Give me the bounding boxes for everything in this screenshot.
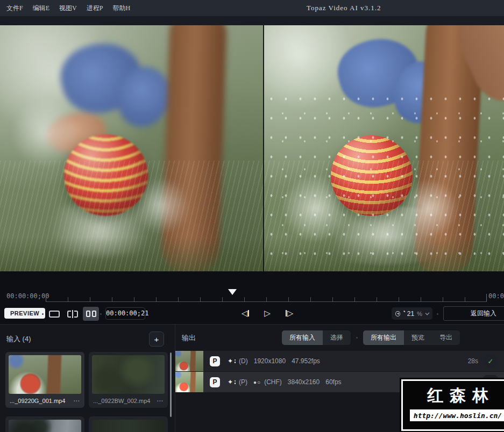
zoom-value: 21 xyxy=(407,310,414,318)
video-preview xyxy=(0,25,504,271)
input-thumbnail-2 xyxy=(92,355,165,394)
output-tabs: 所有输入 选择 所有输出 预览 导出 xyxy=(282,330,460,345)
output-framerate: 60fps xyxy=(325,378,341,386)
preview-output-pane[interactable] xyxy=(264,25,504,271)
menu-process[interactable]: 进程P xyxy=(87,4,103,13)
input-filename-1: ..._09220G_001.mp4 xyxy=(10,398,65,404)
output-codec: (CHF) xyxy=(264,378,282,386)
header-spacer xyxy=(0,16,504,25)
zoom-level-select[interactable]: 21 % xyxy=(392,307,432,320)
step-back-icon: ◁ xyxy=(242,308,248,318)
current-timecode-input[interactable]: 00:00:00;21 xyxy=(105,307,145,320)
step-back-button[interactable]: ◁ xyxy=(238,306,253,321)
playhead-marker[interactable] xyxy=(228,289,237,295)
transport-bar: 00:00:00;00 00:00: PREVIEW 00:00:00;21 xyxy=(0,271,504,324)
add-input-button[interactable]: + xyxy=(149,332,164,347)
transport-controls: PREVIEW 00:00:00;21 ◁ ▷ ▷ 21 xyxy=(0,305,504,322)
ai-enhance-icon: ✦ xyxy=(228,378,233,386)
menu-help[interactable]: 帮助H xyxy=(112,4,130,13)
window-title: Topaz Video AI v3.1.2 xyxy=(307,0,381,16)
side-by-side-view-button[interactable] xyxy=(83,307,99,321)
tab-selected[interactable]: 选择 xyxy=(323,330,351,345)
step-forward-button[interactable]: ▷ xyxy=(282,306,297,321)
input-item-menu-icon[interactable]: ⋯ xyxy=(73,397,80,405)
split-view-icon xyxy=(67,310,78,318)
tab-previews[interactable]: 预览 xyxy=(404,330,432,345)
tab-exports[interactable]: 导出 xyxy=(432,330,460,345)
tab-all-outputs[interactable]: 所有输出 xyxy=(363,330,404,345)
output-complete-check-icon[interactable]: ✓ xyxy=(484,354,498,368)
watermark: 红森林 http://www.hoslin.cn/ xyxy=(401,379,504,431)
tab-all-inputs[interactable]: 所有输入 xyxy=(282,330,323,345)
output-panel-title: 输出 xyxy=(182,333,196,343)
ai-enhance-icon: ✦ xyxy=(228,357,233,365)
view-mode-group xyxy=(46,307,99,321)
input-panel-title: 输入 (4) xyxy=(6,334,31,344)
output-resolution: 1920x1080 xyxy=(254,357,286,365)
preview-badge: P xyxy=(210,377,220,387)
split-view-button[interactable] xyxy=(65,307,81,321)
input-item-3[interactable] xyxy=(5,416,84,432)
watermark-url: http://www.hoslin.cn/ xyxy=(414,412,502,420)
input-list-scrollbar[interactable] xyxy=(170,352,172,417)
output-resolution: 3840x2160 xyxy=(288,378,320,386)
output-tag: (D) xyxy=(239,357,248,365)
input-item-2[interactable]: ..._0922BW_002.mp4 ⋯ xyxy=(89,352,168,408)
input-thumbnail-1 xyxy=(9,355,81,394)
menu-items: 文件F 编辑E 视图V 进程P 帮助H xyxy=(0,4,130,13)
input-thumbnail-3 xyxy=(9,420,81,432)
menu-edit[interactable]: 编辑E xyxy=(33,4,49,13)
chevron-down-icon xyxy=(425,311,430,315)
menu-file[interactable]: 文件F xyxy=(6,4,23,13)
timeline-ruler[interactable] xyxy=(46,287,487,302)
preview-input-pane[interactable] xyxy=(0,25,263,271)
input-item-4[interactable] xyxy=(89,416,168,432)
preview-badge: P xyxy=(210,356,220,366)
step-forward-icon: ▷ xyxy=(287,308,294,318)
output-framerate: 47.952fps xyxy=(292,357,320,365)
timeline-start-timecode: 00:00:00;00 xyxy=(6,291,49,301)
single-view-icon xyxy=(49,311,60,318)
input-list: ..._09220G_001.mp4 ⋯ ..._0922BW_002.mp4 … xyxy=(0,352,168,432)
side-by-side-view-icon xyxy=(86,311,96,317)
input-panel: 输入 (4) + ..._09220G_001.mp4 ⋯ ..._0922BW… xyxy=(0,325,175,432)
output-row-thumbnail xyxy=(175,372,203,392)
single-view-button[interactable] xyxy=(46,307,62,321)
input-filename-2: ..._0922BW_002.mp4 xyxy=(93,398,150,404)
output-row-1[interactable]: P ✦ (D) 1920x1080 47.952fps 28s ✓ xyxy=(175,351,504,371)
output-duration: 28s xyxy=(468,357,478,365)
return-to-input-button[interactable]: 返回输入 xyxy=(443,306,504,321)
timeline-end-timecode: 00:00: xyxy=(488,291,504,301)
preview-button[interactable]: PREVIEW xyxy=(4,308,45,319)
menu-bar: 文件F 编辑E 视图V 进程P 帮助H Topaz Video AI v3.1.… xyxy=(0,0,504,16)
input-item-1[interactable]: ..._09220G_001.mp4 ⋯ xyxy=(5,352,84,408)
output-tag: (P) xyxy=(239,378,247,386)
menu-view[interactable]: 视图V xyxy=(59,4,77,13)
zoom-magnifier-icon xyxy=(395,311,400,316)
input-thumbnail-4 xyxy=(92,420,165,432)
output-row-thumbnail xyxy=(175,351,203,371)
watermark-name: 红森林 xyxy=(421,385,495,407)
codec-dots-icon: ●○ xyxy=(253,379,261,385)
play-icon: ▷ xyxy=(264,308,271,318)
topaz-video-ai-window: 文件F 编辑E 视图V 进程P 帮助H Topaz Video AI v3.1.… xyxy=(0,0,504,432)
play-button[interactable]: ▷ xyxy=(260,306,275,321)
water-droplets xyxy=(264,89,504,271)
zoom-unit: % xyxy=(417,311,422,317)
playback-controls: ◁ ▷ ▷ xyxy=(238,306,297,321)
input-item-menu-icon[interactable]: ⋯ xyxy=(157,397,164,405)
